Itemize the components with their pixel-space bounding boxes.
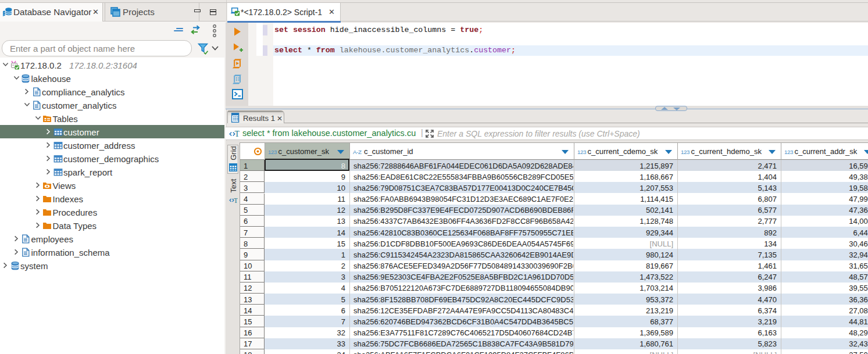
svg-text:T: T xyxy=(235,130,240,138)
svg-text:T: T xyxy=(234,196,238,204)
